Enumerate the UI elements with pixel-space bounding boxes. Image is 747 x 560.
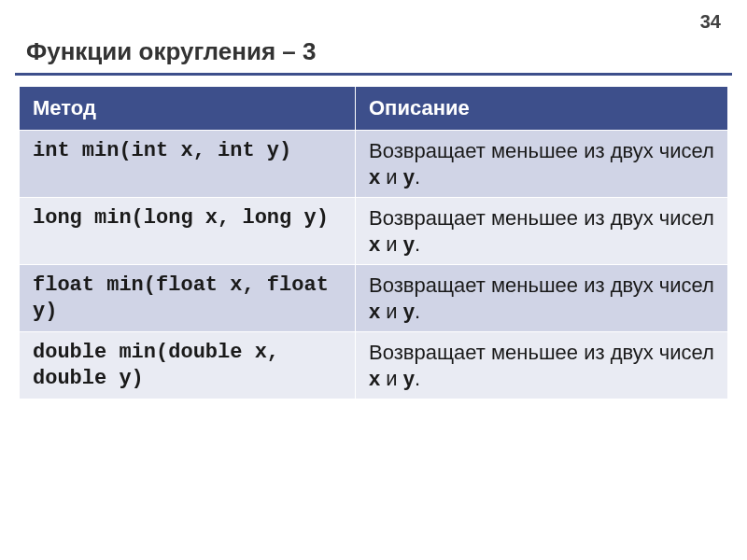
desc-x: x [369,232,380,256]
desc-text: Возвращает меньшее из двух чисел [369,273,714,297]
desc-and: и [380,367,403,390]
desc-suffix: . [415,165,420,189]
desc-x: x [369,165,380,189]
methods-table: Метод Описание int min(int x, int y) Воз… [19,86,728,399]
desc-x: x [369,367,380,390]
table-row: double min(double x, double y) Возвращае… [20,332,728,399]
desc-text: Возвращает меньшее из двух чисел [369,139,714,162]
desc-y: y [403,367,415,390]
table-row: long min(long x, long y) Возвращает мень… [20,198,728,265]
desc-text: Возвращает меньшее из двух чисел [369,206,714,230]
page-number: 34 [700,11,721,33]
table-header-row: Метод Описание [20,87,728,131]
cell-description: Возвращает меньшее из двух чисел x и y. [356,131,728,198]
desc-and: и [380,300,403,323]
desc-text: Возвращает меньшее из двух чисел [369,341,714,364]
page-title: Функции округления – 3 [26,37,316,66]
header-description: Описание [356,87,728,131]
title-underline [15,73,732,76]
cell-description: Возвращает меньшее из двух чисел x и y. [356,265,728,332]
cell-description: Возвращает меньшее из двух чисел x и y. [356,332,728,399]
cell-method: int min(int x, int y) [20,131,356,198]
cell-method: double min(double x, double y) [20,332,356,399]
desc-and: и [380,232,403,256]
desc-suffix: . [415,232,420,256]
desc-suffix: . [415,300,420,323]
desc-x: x [369,300,380,323]
header-method: Метод [20,87,356,131]
desc-y: y [403,165,415,189]
cell-description: Возвращает меньшее из двух чисел x и y. [356,198,728,265]
desc-suffix: . [415,367,420,390]
desc-and: и [380,165,403,189]
cell-method: long min(long x, long y) [20,198,356,265]
desc-y: y [403,300,415,323]
table-row: int min(int x, int y) Возвращает меньшее… [20,131,728,198]
desc-y: y [403,232,415,256]
cell-method: float min(float x, float y) [20,265,356,332]
table-row: float min(float x, float y) Возвращает м… [20,265,728,332]
